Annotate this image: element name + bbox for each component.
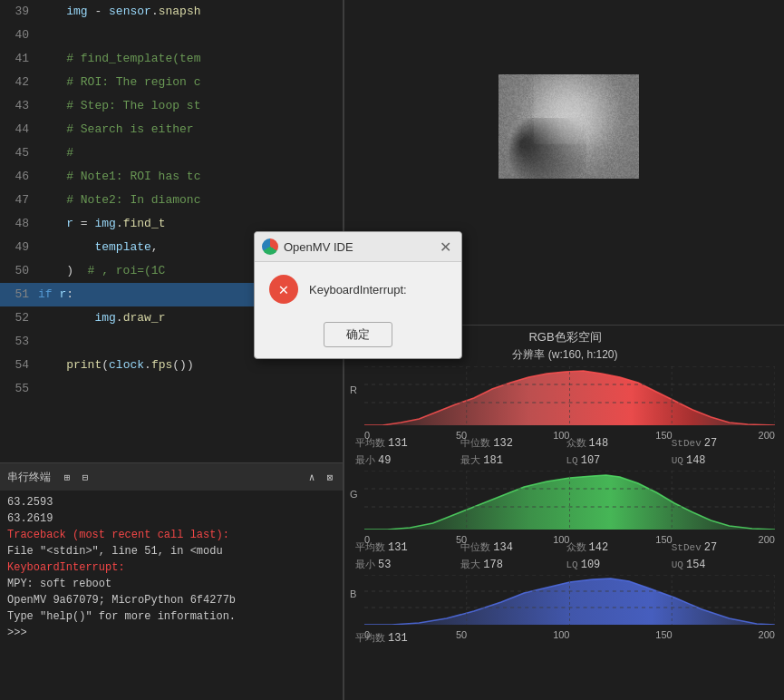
terminal-icon-2[interactable]: ⊟	[78, 470, 92, 484]
modal-message: KeyboardInterrupt:	[309, 283, 407, 297]
g-histogram-svg	[364, 471, 775, 530]
code-line-44: 44 # Search is either	[0, 118, 344, 141]
terminal-interrupt: KeyboardInterrupt:	[7, 559, 337, 576]
histogram-area: RGB色彩空间 分辨率 (w:160, h:120) R	[346, 325, 784, 700]
modal-header: OpenMV IDE ✕	[255, 232, 461, 262]
code-line-46: 46 # Note1: ROI has tc	[0, 165, 344, 189]
terminal-expand-icon[interactable]: ∧	[305, 470, 319, 484]
openmv-logo	[262, 238, 278, 255]
terminal-prompt: >>>	[7, 625, 337, 641]
terminal-panel: 串行终端 ⊞ ⊟ ∧ ⊠ 63.2593 63.2619 Traceback (…	[0, 462, 344, 700]
svg-marker-16	[364, 578, 775, 625]
g-x-axis: 0 50 100 150 200	[364, 534, 775, 545]
modal-close-button[interactable]: ✕	[436, 238, 454, 256]
terminal-value-1: 63.2593	[7, 494, 337, 510]
terminal-shrink-icon[interactable]: ⊠	[323, 470, 337, 484]
terminal-mpy-reboot: MPY: soft reboot	[7, 576, 337, 592]
modal-ok-button[interactable]: 确定	[324, 322, 392, 347]
terminal-header: 串行终端 ⊞ ⊟ ∧ ⊠	[0, 463, 344, 491]
r-stats-row2: 最小 49 最大 181 LQ 107 UQ 148	[346, 452, 784, 469]
modal-title: OpenMV IDE	[284, 240, 353, 254]
hist-b-section: B	[346, 575, 784, 647]
terminal-file-line: File "<stdin>", line 51, in <modu	[7, 543, 337, 559]
code-line-39: 39 img - sensor.snapsh	[0, 0, 344, 24]
terminal-traceback: Traceback (most recent call last):	[7, 527, 337, 543]
terminal-icon-1[interactable]: ⊞	[60, 470, 74, 484]
modal-error-icon: ✕	[269, 275, 298, 304]
code-line-47: 47 # Note2: In diamonc	[0, 189, 344, 212]
modal-header-left: OpenMV IDE	[262, 238, 353, 255]
hist-r-section: R	[346, 366, 784, 469]
g-channel-label: G	[350, 489, 358, 500]
terminal-type-help: Type "help()" for more information.	[7, 608, 337, 625]
code-line-43: 43 # Step: The loop st	[0, 94, 344, 118]
b-x-axis: 0 50 100 150 200	[364, 629, 775, 640]
code-line-40: 40	[0, 24, 344, 47]
hist-g-section: G	[346, 471, 784, 573]
terminal-title: 串行终端	[7, 470, 51, 485]
modal-body: ✕ KeyboardInterrupt:	[255, 262, 461, 315]
modal-dialog: OpenMV IDE ✕ ✕ KeyboardInterrupt: 确定	[254, 231, 462, 359]
code-line-41: 41 # find_template(tem	[0, 47, 344, 71]
r-histogram-svg	[364, 366, 775, 425]
b-histogram-svg	[364, 575, 775, 625]
b-channel-label: B	[350, 588, 356, 599]
terminal-openmv-ver: OpenMV 9a67079; MicroPython 6f4277b	[7, 592, 337, 608]
g-stats-row2: 最小 53 最大 178 LQ 109 UQ 154	[346, 556, 784, 573]
code-line-42: 42 # ROI: The region c	[0, 71, 344, 94]
preview-image-canvas	[498, 74, 639, 179]
code-line-45: 45 #	[0, 141, 344, 165]
r-channel-label: R	[350, 384, 357, 395]
terminal-content: 63.2593 63.2619 Traceback (most recent c…	[0, 491, 344, 645]
code-line-55: 55	[0, 377, 344, 401]
modal-footer: 确定	[255, 315, 461, 358]
r-x-axis: 0 50 100 150 200	[364, 430, 775, 441]
terminal-value-2: 63.2619	[7, 510, 337, 527]
terminal-icons: ⊞ ⊟	[60, 470, 92, 484]
terminal-collapse: ∧ ⊠	[305, 470, 337, 484]
